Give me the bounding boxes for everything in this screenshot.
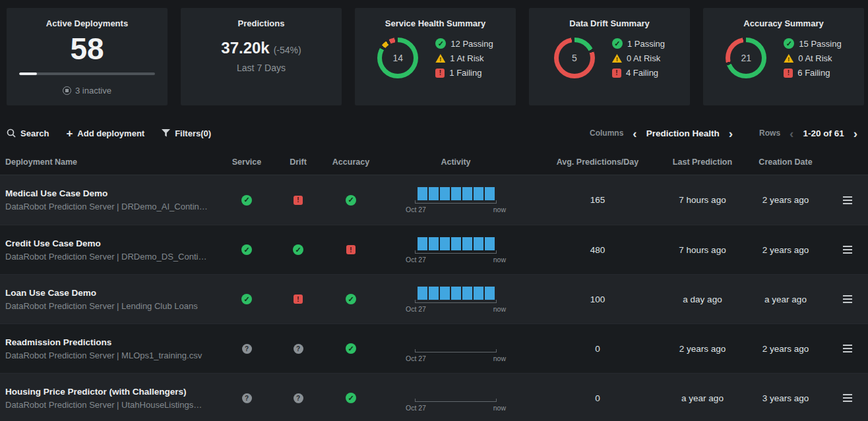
drift-status-fail-icon[interactable]: [294, 295, 303, 304]
passing-icon: [612, 38, 623, 49]
card-title: Predictions: [238, 18, 285, 28]
header-accuracy[interactable]: Accuracy: [325, 157, 377, 167]
drift-status-unknown-icon[interactable]: [294, 344, 303, 354]
add-deployment-button[interactable]: + Add deployment: [66, 128, 144, 139]
row-actions-cell: [827, 246, 868, 254]
header-deployment-name[interactable]: Deployment Name: [0, 157, 222, 167]
activity-axis: [415, 300, 497, 303]
rows-prev-chevron-icon[interactable]: ‹: [788, 127, 795, 140]
table-row[interactable]: Readmission PredictionsDataRobot Predict…: [0, 323, 868, 373]
service-status-pass-icon[interactable]: [241, 244, 252, 255]
drift-status-cell: [272, 244, 325, 255]
deployment-name-link[interactable]: Credit Use Case Demo: [5, 239, 101, 248]
failing-icon: [784, 69, 793, 78]
drift-status-unknown-icon[interactable]: [294, 393, 303, 403]
inactive-icon: [63, 86, 71, 95]
header-activity[interactable]: Activity: [377, 157, 534, 167]
deployment-name-link[interactable]: Housing Price Predictor (with Challenger…: [5, 387, 187, 397]
row-menu-button[interactable]: [843, 345, 852, 352]
table-body: Medical Use Case DemoDataRobot Predictio…: [0, 175, 868, 421]
drift-status-cell: [272, 196, 325, 205]
row-menu-button[interactable]: [843, 295, 852, 303]
service-status-pass-icon[interactable]: [241, 195, 252, 206]
activity-bar: [418, 187, 427, 200]
columns-prev-chevron-icon[interactable]: ‹: [631, 127, 638, 140]
header-avg-predictions[interactable]: Avg. Predictions/Day: [534, 157, 661, 167]
activity-bar: [451, 237, 461, 250]
drift-status-cell: [272, 295, 325, 304]
deployment-name-cell: Housing Price Predictor (with Challenger…: [0, 387, 222, 410]
columns-next-chevron-icon[interactable]: ›: [728, 127, 734, 140]
deployment-name-cell: Medical Use Case DemoDataRobot Predictio…: [0, 188, 222, 211]
creation-date-value: 3 years ago: [744, 393, 827, 403]
activity-bar: [451, 187, 461, 200]
columns-label: Columns: [590, 128, 623, 138]
deployment-name-link[interactable]: Readmission Predictions: [5, 337, 111, 347]
deployment-source: DataRobot Prediction Server | UtahHouseL…: [5, 400, 202, 410]
donut-total: 21: [730, 42, 762, 74]
activity-bar: [485, 287, 495, 300]
deployment-name-cell: Credit Use Case DemoDataRobot Prediction…: [0, 239, 222, 262]
progress-fill: [19, 72, 37, 75]
deployment-source: DataRobot Prediction Server | DRDemo_AI_…: [5, 202, 208, 211]
activity-bar: [474, 187, 483, 200]
card-accuracy: Accuracy Summary 21 15 Passing 0 At Risk…: [703, 8, 864, 105]
accuracy-status-pass-icon[interactable]: [346, 343, 356, 354]
activity-end-label: now: [493, 404, 506, 412]
accuracy-status-pass-icon[interactable]: [346, 393, 356, 403]
row-menu-button[interactable]: [843, 394, 852, 402]
legend-label: 6 Failing: [797, 68, 830, 78]
header-creation-date[interactable]: Creation Date: [744, 157, 827, 167]
activity-bar: [429, 187, 439, 200]
accuracy-status-pass-icon[interactable]: [346, 195, 356, 206]
header-last-prediction[interactable]: Last Prediction: [661, 157, 744, 167]
row-menu-button[interactable]: [843, 246, 852, 254]
activity-chart: Oct 27now: [406, 237, 506, 264]
donut-total: 5: [559, 42, 590, 74]
activity-bar: [485, 237, 495, 250]
card-title: Data Drift Summary: [569, 18, 649, 28]
activity-labels: Oct 27now: [406, 305, 506, 313]
search-button[interactable]: Search: [7, 128, 49, 138]
legend-label: 12 Passing: [450, 39, 493, 49]
data-drift-donut: 5: [554, 38, 595, 78]
inactive-label: 3 inactive: [75, 86, 111, 96]
table-row[interactable]: Loan Use Case DemoDataRobot Prediction S…: [0, 274, 868, 323]
activity-labels: Oct 27now: [406, 206, 506, 213]
service-status-cell: [222, 244, 272, 255]
activity-bar: [418, 237, 427, 250]
last-prediction-value: 7 hours ago: [661, 195, 744, 205]
predictions-period: Last 7 Days: [237, 63, 286, 73]
deployment-name-link[interactable]: Loan Use Case Demo: [5, 288, 96, 298]
drift-status-pass-icon[interactable]: [293, 244, 303, 255]
drift-status-cell: [272, 344, 325, 354]
table-row[interactable]: Credit Use Case DemoDataRobot Prediction…: [0, 225, 868, 274]
activity-bar: [440, 237, 450, 250]
activity-start-label: Oct 27: [406, 305, 426, 313]
deployment-source: DataRobot Prediction Server | DRDemo_DS_…: [5, 252, 206, 262]
filters-button[interactable]: Filters(0): [162, 128, 211, 138]
drift-status-fail-icon[interactable]: [294, 196, 303, 205]
card-active-deployments: Active Deployments 58 3 inactive: [7, 8, 168, 105]
accuracy-status-fail-icon[interactable]: [346, 245, 356, 254]
plus-icon: +: [66, 128, 73, 139]
table-row[interactable]: Medical Use Case DemoDataRobot Predictio…: [0, 175, 868, 225]
last-prediction-value: 7 hours ago: [661, 245, 744, 255]
header-drift[interactable]: Drift: [272, 157, 325, 167]
service-health-legend: 12 Passing 1 At Risk 1 Failing: [435, 38, 493, 78]
header-service[interactable]: Service: [222, 157, 272, 167]
service-status-unknown-icon[interactable]: [242, 344, 252, 354]
deployment-name-link[interactable]: Medical Use Case Demo: [5, 188, 108, 198]
accuracy-status-pass-icon[interactable]: [346, 294, 356, 304]
drift-status-cell: [272, 393, 325, 403]
table-row[interactable]: Housing Price Predictor (with Challenger…: [0, 373, 868, 421]
service-status-unknown-icon[interactable]: [242, 393, 252, 403]
service-status-cell: [222, 393, 272, 403]
rows-next-chevron-icon[interactable]: ›: [852, 127, 859, 140]
activity-bar: [429, 237, 439, 250]
active-deployments-progress: [19, 72, 155, 75]
activity-axis: [415, 250, 497, 254]
row-menu-button[interactable]: [843, 196, 852, 204]
activity-bar: [462, 187, 472, 200]
service-status-pass-icon[interactable]: [241, 294, 252, 304]
